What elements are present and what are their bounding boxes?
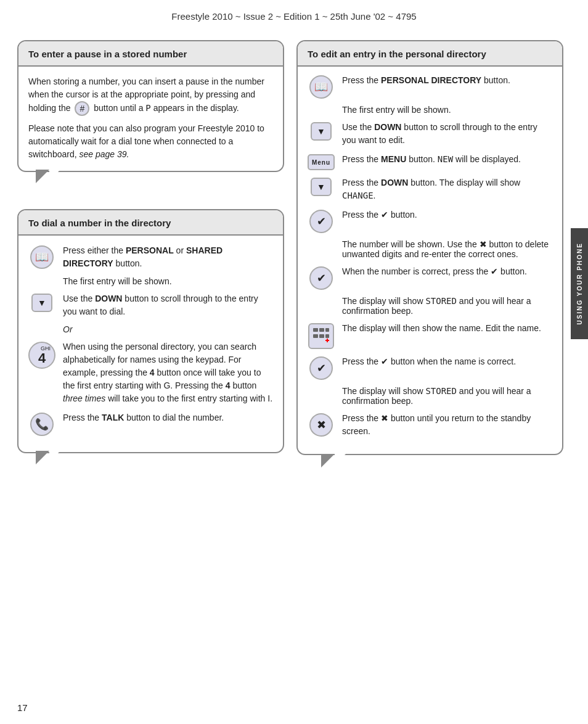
four-key-icon: GHI4 [28,342,55,369]
book-icon-1: 📖 [30,245,54,269]
dial-step-3-text: When using the personal directory, you c… [63,340,273,405]
sidebar-tab: USING YOUR PHONE [571,228,588,339]
edit-step-5-text: Press the ✔ button. [342,208,552,221]
pause-para-1: When storing a number, you can insert a … [28,75,273,116]
dial-step-1: 📖 Press either the PERSONAL or SHARED DI… [28,244,273,270]
hash-icon: # [75,101,89,116]
page-header: Freestyle 2010 ~ Issue 2 ~ Edition 1 ~ 2… [0,0,588,28]
check-icon-3: ✔ [309,356,333,380]
edit-step-9: ✖ Press the ✖ button until you return to… [308,412,552,438]
down-icon-edit-1: ▼ [311,122,332,141]
svg-rect-2 [325,328,329,332]
personal-dir-icon-cell: 📖 [28,245,55,269]
dial-box-body: 📖 Press either the PERSONAL or SHARED DI… [18,236,283,452]
pause-para-2: Please note that you can also program yo… [28,122,273,161]
svg-rect-0 [313,328,318,332]
edit-step-3-text: Press the MENU button. NEW will be displ… [342,153,552,166]
book-icon-edit: 📖 [309,75,333,99]
edit-step-6-text: When the number is correct, press the ✔ … [342,265,552,278]
edit-down-icon-cell-1: ▼ [308,122,335,141]
svg-rect-1 [319,328,324,332]
edit-step-6: ✔ When the number is correct, press the … [308,265,552,290]
edit-check-icon-cell-2: ✔ [308,266,335,290]
edit-down-icon-cell-2: ▼ [308,178,335,196]
edit-xmark-icon-cell: ✖ [308,413,335,437]
down-icon-cell-1: ▼ [28,294,55,312]
dial-step-3: GHI4 When using the personal directory, … [28,340,273,405]
pause-box: To enter a pause in a stored number When… [17,40,284,172]
menu-icon: Menu [308,154,335,170]
right-column: To edit an entry in the personal directo… [296,40,563,471]
edit-step-3: Menu Press the MENU button. NEW will be … [308,153,552,170]
xmark-icon: ✖ [309,413,333,437]
edit-stored-text-1: The display will show STORED and you wil… [342,296,552,316]
edit-first-entry-text: The first entry will be shown. [342,105,552,115]
sidebar-label: USING YOUR PHONE [576,242,583,325]
left-column: To enter a pause in a stored number When… [17,40,284,471]
pause-box-title: To enter a pause in a stored number [18,41,283,67]
edit-menu-icon-cell: Menu [308,154,335,170]
dial-step-4-text: Press the TALK button to dial the number… [63,411,273,424]
edit-number-shown-text: The number will be shown. Use the ✖ butt… [342,239,552,259]
four-key-icon-cell: GHI4 [28,342,55,369]
svg-rect-3 [313,334,318,338]
edit-step-5: ✔ Press the ✔ button. [308,208,552,233]
dial-box: To dial a number in the directory 📖 Pres… [17,209,284,453]
dial-box-title: To dial a number in the directory [18,210,283,236]
edit-stored-text-2: The display will show STORED and you wil… [342,386,552,406]
pause-box-body: When storing a number, you can insert a … [18,67,283,171]
keypad-icon [308,323,334,349]
down-icon-1: ▼ [31,294,52,312]
edit-step-7-text: The display will then show the name. Edi… [342,322,552,335]
main-content: To enter a pause in a stored number When… [0,34,588,477]
check-icon-1: ✔ [309,210,333,233]
edit-check-icon-cell-1: ✔ [308,210,335,233]
edit-step-8: ✔ Press the ✔ button when the name is co… [308,355,552,380]
edit-step-7: The display will then show the name. Edi… [308,322,552,349]
page-number: 17 [17,702,28,713]
phone-icon: 📞 [30,413,54,436]
edit-check-icon-cell-3: ✔ [308,356,335,380]
edit-step-2-text: Use the DOWN button to scroll through to… [342,121,552,147]
edit-step-8-text: Press the ✔ button when the name is corr… [342,355,552,368]
dial-step-1-text: Press either the PERSONAL or SHARED DIRE… [63,244,273,270]
edit-step-4-text: Press the DOWN button. The display will … [342,176,552,202]
dial-step-4: 📞 Press the TALK button to dial the numb… [28,411,273,436]
header-title: Freestyle 2010 ~ Issue 2 ~ Edition 1 ~ 2… [171,11,416,22]
edit-step-1-text: Press the PERSONAL DIRECTORY button. [342,74,552,87]
edit-box: To edit an entry in the personal directo… [296,40,563,455]
edit-box-body: 📖 Press the PERSONAL DIRECTORY button. T… [298,67,562,454]
edit-book-icon-cell: 📖 [308,75,335,99]
edit-step-1: 📖 Press the PERSONAL DIRECTORY button. [308,74,552,99]
svg-rect-4 [319,334,324,338]
dial-or-text: Or [63,324,273,334]
dial-first-entry-text: The first entry will be shown. [63,276,273,286]
edit-box-title: To edit an entry in the personal directo… [298,41,562,67]
edit-step-9-text: Press the ✖ button until you return to t… [342,412,552,438]
edit-step-2: ▼ Use the DOWN button to scroll through … [308,121,552,147]
phone-icon-cell: 📞 [28,413,55,436]
dial-step-2: ▼ Use the DOWN button to scroll through … [28,292,273,318]
dial-step-2-text: Use the DOWN button to scroll through to… [63,292,273,318]
edit-keypad-icon-cell [308,323,335,349]
edit-step-4: ▼ Press the DOWN button. The display wil… [308,176,552,202]
check-icon-2: ✔ [309,266,333,290]
down-icon-edit-2: ▼ [311,178,332,196]
svg-rect-5 [325,334,329,338]
